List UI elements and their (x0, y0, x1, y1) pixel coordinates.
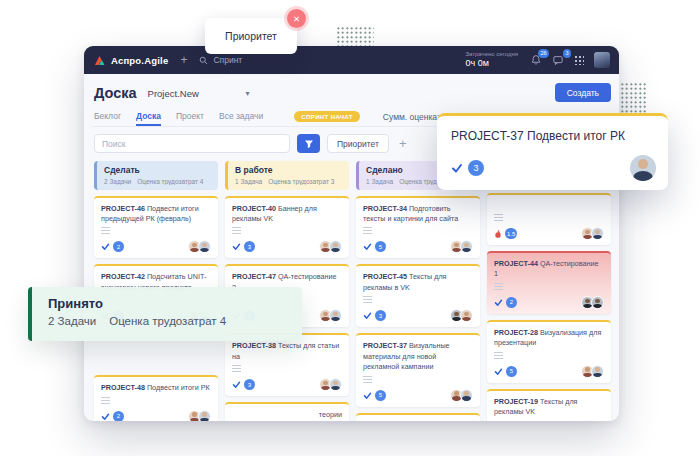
kanban-column: 1.5PROJECT-44 QA-тестирование 12PROJECT-… (487, 161, 611, 421)
accepted-title: Принято (48, 296, 286, 311)
task-title (494, 201, 604, 211)
task-id: PROJECT-48 (101, 383, 145, 392)
assignee-avatars (188, 410, 211, 421)
chat-icon (552, 54, 564, 66)
estimate-badge: 2 (113, 411, 124, 421)
column-stats: 2 ЗадачиОценка трудозатрат 4 (104, 178, 211, 185)
task-id: PROJECT-37 (363, 341, 407, 350)
avatar (460, 309, 473, 322)
chevron-down-icon: ▾ (246, 89, 250, 98)
assignee-avatars (319, 378, 342, 391)
messages-badge: 3 (563, 49, 571, 58)
project-select[interactable]: Project.New ▾ (148, 88, 250, 99)
assignee-avatars (319, 309, 342, 322)
avatar (460, 389, 473, 402)
description-icon (363, 376, 372, 383)
task-card[interactable]: PROJECT-37 Визуальные материалы для ново… (356, 333, 480, 406)
tab-backlog[interactable]: Беклог (94, 111, 121, 126)
accepted-subtitle: 2 Задачи Оценка трудозатрат 4 (48, 315, 286, 327)
tab-all-tasks[interactable]: Все задачи (219, 111, 263, 126)
check-icon (363, 242, 372, 251)
task-card[interactable]: PROJECT-38 Тексты для статьи на3 (225, 333, 349, 396)
navbar-search-text: Спринт (213, 55, 242, 65)
app-window: Аспро.Agile + Спринт Затрачено сегодня 0… (84, 46, 619, 421)
notifications-badge: 26 (538, 49, 549, 58)
task-card[interactable]: PROJECT-44 QA-тестирование 12 (487, 251, 611, 314)
user-avatar[interactable] (594, 52, 610, 68)
popup-assignee-avatar (630, 155, 656, 181)
decor-speckle-top (336, 26, 374, 48)
description-icon (363, 227, 372, 234)
task-title: PROJECT-34 Подготовить тексты и картинки… (363, 204, 473, 225)
apps-grid-icon[interactable] (574, 55, 584, 65)
task-title: PROJECT-44 QA-тестирование 1 (494, 259, 604, 280)
task-card[interactable]: PROJECT-28 Визуализация для презентации5 (487, 320, 611, 383)
aspro-logo-icon (93, 54, 106, 67)
task-title: PROJECT-48 Подвести итоги РК (101, 383, 211, 393)
task-id: PROJECT-38 (232, 341, 276, 350)
navbar-search[interactable]: Спринт (199, 55, 242, 65)
check-icon (363, 311, 372, 320)
task-footer: 5 (494, 365, 604, 378)
task-id: PROJECT-34 (363, 204, 407, 213)
popup-task-id: PROJECT-37 (451, 129, 524, 143)
task-title: PROJECT-37 Визуальные материалы для ново… (363, 341, 473, 372)
top-navbar: Аспро.Agile + Спринт Затрачено сегодня 0… (84, 46, 619, 74)
task-preview-popup[interactable]: PROJECT-37 Подвести итог РК 3 (437, 113, 668, 190)
avatar (591, 296, 604, 309)
check-icon (494, 298, 503, 307)
priority-filter-chip[interactable]: Приоритет (327, 134, 389, 153)
description-icon (494, 283, 503, 290)
search-input[interactable] (94, 134, 290, 153)
search-icon (199, 56, 208, 65)
task-title: PROJECT-28 Визуализация для презентации (494, 328, 604, 349)
check-icon (101, 412, 110, 421)
task-card[interactable]: PROJECT-45 Тексты для рекламы в VK3 (356, 264, 480, 327)
avatar (198, 240, 211, 253)
estimate-badge: 5 (375, 241, 386, 252)
check-icon (101, 242, 110, 251)
notifications-button[interactable]: 26 (530, 54, 542, 66)
task-card[interactable]: PROJECT-40 Баннер для рекламы VK3 (225, 196, 349, 259)
task-card[interactable]: PROJECT-46 Подвести итоги предыдущей РК … (94, 196, 218, 259)
task-card[interactable]: PROJECT-48 Подвести итоги РК2 (94, 375, 218, 421)
task-id: PROJECT-42 (101, 272, 145, 281)
description-icon (232, 227, 241, 234)
task-card[interactable]: PROJECT-23 Итоги РК5 (356, 413, 480, 421)
task-id: PROJECT-28 (494, 328, 538, 337)
task-title: PROJECT-38 Тексты для статьи на (232, 341, 342, 362)
task-title: PROJECT-19 Тексты для рекламы VK (494, 397, 604, 418)
estimate-badge: 5 (506, 366, 517, 377)
task-footer: 2 (101, 240, 211, 253)
messages-button[interactable]: 3 (552, 54, 564, 66)
tab-board[interactable]: Доска (136, 111, 161, 126)
priority-tooltip-label: Приоритет (225, 30, 277, 42)
task-footer: 2 (101, 410, 211, 421)
time-tracker: Затрачено сегодня 0ч 0м (465, 51, 518, 70)
add-filter-button[interactable]: + (399, 137, 407, 150)
assignee-avatars (581, 365, 604, 378)
board-title-row: Доска Project.New ▾ Создать (92, 82, 611, 104)
assignee-avatars (581, 296, 604, 309)
app-logo[interactable]: Аспро.Agile (93, 54, 168, 67)
task-id: PROJECT-40 (232, 204, 276, 213)
task-card[interactable]: PROJECT-19 Тексты для рекламы VK5 (487, 389, 611, 421)
time-tracker-label: Затрачено сегодня (465, 51, 518, 59)
task-id: PROJECT-45 (363, 272, 407, 281)
description-icon (101, 397, 110, 404)
task-card[interactable]: 1.5 (487, 193, 611, 245)
task-card[interactable]: теории3 (225, 402, 349, 421)
task-footer: 5 (363, 389, 473, 402)
assignee-avatars (450, 309, 473, 322)
create-plus-icon[interactable]: + (180, 54, 187, 66)
create-task-button[interactable]: Создать (555, 83, 611, 102)
check-icon (494, 367, 503, 376)
assignee-avatars (450, 389, 473, 402)
close-icon[interactable]: ✕ (287, 9, 306, 28)
tab-project[interactable]: Проект (176, 111, 204, 126)
filter-button[interactable] (297, 134, 320, 153)
task-card[interactable]: PROJECT-34 Подготовить тексты и картинки… (356, 196, 480, 259)
check-icon (232, 380, 241, 389)
avatar (460, 240, 473, 253)
navbar-right: Затрачено сегодня 0ч 0м 26 3 (465, 51, 610, 70)
